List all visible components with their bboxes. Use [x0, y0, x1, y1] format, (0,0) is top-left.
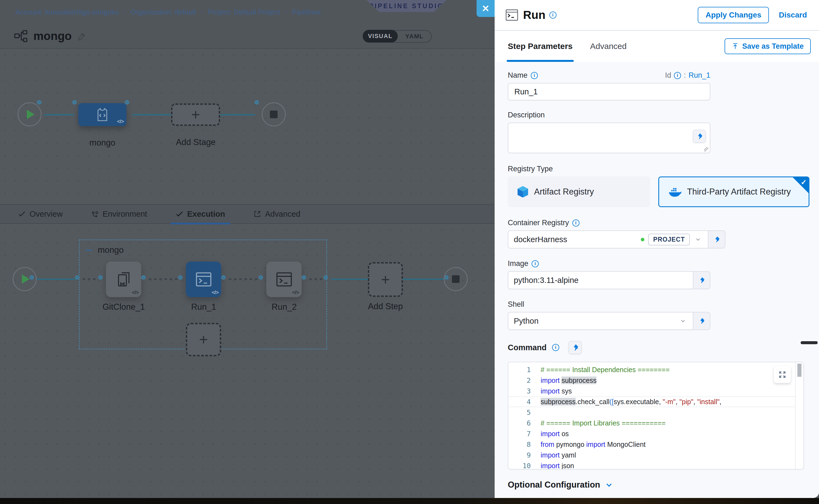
- container-registry-value-area[interactable]: dockerHarness PROJECT: [508, 230, 708, 248]
- add-parallel-step-button[interactable]: +: [186, 323, 221, 356]
- connector-ring: [98, 275, 103, 280]
- info-icon[interactable]: i: [549, 11, 557, 19]
- drawer-header: Run i Apply Changes Discard: [495, 0, 819, 31]
- container-registry-value: dockerHarness: [514, 235, 641, 244]
- shell-label: Shell: [508, 300, 819, 309]
- pin-runtime-input-button[interactable]: [693, 271, 710, 289]
- description-textarea[interactable]: [508, 123, 710, 153]
- step-node-run-2[interactable]: </>: [266, 262, 302, 297]
- add-step-button[interactable]: +: [368, 262, 403, 297]
- breadcrumb-project[interactable]: Project: Default Project: [208, 8, 280, 16]
- drawer-close-button[interactable]: ✕: [477, 0, 495, 17]
- pipeline-graph-icon: [14, 30, 28, 43]
- step-group-header[interactable]: mongo: [86, 245, 124, 255]
- step-node-gitclone-1[interactable]: </>: [106, 262, 141, 297]
- check-icon: [18, 210, 26, 218]
- tab-execution-label: Execution: [187, 210, 225, 219]
- code-line[interactable]: 9import yaml: [508, 450, 795, 460]
- pin-runtime-input-button[interactable]: [708, 230, 725, 248]
- drawer-scrollbar-thumb[interactable]: [801, 341, 818, 344]
- connector-ring: [72, 100, 77, 105]
- resize-handle[interactable]: [704, 147, 708, 152]
- code-line[interactable]: 10import json: [508, 460, 795, 470]
- tab-advanced[interactable]: Advanced: [246, 204, 307, 224]
- line-number: 6: [508, 419, 541, 427]
- pushpin-icon: [698, 277, 705, 284]
- info-icon[interactable]: i: [532, 260, 539, 267]
- line-number: 10: [508, 462, 541, 470]
- stage-node-mongo[interactable]: </>: [78, 103, 126, 126]
- breadcrumb-account[interactable]: Account: kurosakiichigo.songoku: [15, 8, 119, 16]
- breadcrumb-organization[interactable]: Organization: default: [131, 8, 196, 16]
- option-artifact-registry-label: Artifact Registry: [534, 187, 594, 197]
- shell-value-area[interactable]: Python: [508, 312, 693, 330]
- save-as-template-button[interactable]: Save as Template: [725, 38, 811, 54]
- image-value-area[interactable]: python:3.11-alpine: [508, 271, 693, 289]
- tab-environment[interactable]: Environment: [84, 204, 154, 224]
- chevron-down-icon[interactable]: [695, 236, 701, 243]
- discard-button[interactable]: Discard: [779, 11, 807, 19]
- tab-overview[interactable]: Overview: [11, 204, 70, 224]
- editor-scrollbar-thumb[interactable]: [797, 364, 801, 377]
- pipeline-start-node[interactable]: [18, 102, 42, 126]
- code-line[interactable]: 2import subprocess: [508, 375, 795, 386]
- docker-whale-icon: [669, 186, 682, 197]
- tab-step-parameters[interactable]: Step Parameters: [508, 31, 573, 62]
- image-input[interactable]: python:3.11-alpine: [508, 271, 710, 289]
- info-icon[interactable]: i: [552, 344, 559, 351]
- app-root: Account: kurosakiichigo.songoku › Organi…: [0, 0, 819, 504]
- pin-runtime-input-button[interactable]: [693, 312, 710, 330]
- pin-runtime-input-button[interactable]: [693, 130, 706, 143]
- info-icon[interactable]: i: [674, 72, 681, 79]
- info-icon[interactable]: i: [531, 72, 538, 79]
- add-stage-label: Add Stage: [166, 137, 226, 147]
- option-artifact-registry[interactable]: Artifact Registry: [508, 176, 650, 207]
- step-node-run-1-selected[interactable]: </>: [186, 262, 221, 297]
- code-line[interactable]: 3import sys: [508, 386, 795, 396]
- name-input[interactable]: Run_1: [508, 83, 710, 100]
- pipeline-title-bar: mongo VISUAL YAML: [0, 24, 495, 49]
- code-line[interactable]: 4subprocess.check_call([sys.executable, …: [508, 396, 795, 407]
- breadcrumb-pipelines[interactable]: Pipelines: [292, 8, 321, 16]
- container-registry-label-group: Container Registry i: [508, 219, 819, 227]
- code-line[interactable]: 1# ====== Install Dependencies ========: [508, 364, 795, 375]
- tab-execution[interactable]: Execution: [169, 204, 232, 224]
- visual-yaml-toggle[interactable]: VISUAL YAML: [363, 30, 432, 43]
- container-registry-select[interactable]: dockerHarness PROJECT: [508, 230, 725, 248]
- code-line[interactable]: 8from pymongo import MongoClient: [508, 439, 795, 450]
- command-code-editor[interactable]: 1# ====== Install Dependencies ========2…: [508, 362, 804, 470]
- name-row: Name i Id i : Run_1: [508, 71, 710, 80]
- connector-ring: [141, 275, 146, 280]
- chevron-right-icon: ›: [70, 207, 84, 219]
- build-stage-icon: [95, 107, 109, 122]
- info-icon[interactable]: i: [572, 219, 580, 227]
- code-text: import os: [541, 430, 569, 438]
- code-line[interactable]: 6# ====== Import Libraries ===========: [508, 418, 795, 428]
- pin-runtime-input-button[interactable]: [569, 341, 582, 354]
- option-third-party-artifact-registry-selected[interactable]: Third-Party Artifact Registry ✓: [658, 176, 809, 207]
- connector-ring: [178, 275, 183, 280]
- execution-end-node[interactable]: [444, 267, 468, 291]
- advanced-icon: [253, 210, 261, 218]
- tab-advanced[interactable]: Advanced: [590, 42, 627, 51]
- code-text: subprocess.check_call([sys.executable, "…: [541, 398, 722, 406]
- apply-changes-button[interactable]: Apply Changes: [698, 7, 769, 23]
- collapse-minus-icon[interactable]: [86, 250, 92, 251]
- chevron-down-icon[interactable]: [680, 318, 686, 324]
- code-line[interactable]: 5: [508, 407, 795, 418]
- pipeline-end-node[interactable]: [262, 102, 286, 126]
- optional-configuration-toggle[interactable]: Optional Configuration: [508, 480, 819, 490]
- code-text: import json: [541, 462, 574, 470]
- edit-pencil-icon[interactable]: [77, 31, 86, 41]
- toggle-yaml[interactable]: YAML: [398, 33, 431, 40]
- step-label-run-1: Run_1: [176, 302, 231, 312]
- toggle-visual[interactable]: VISUAL: [363, 30, 398, 42]
- shell-select[interactable]: Python: [508, 312, 710, 330]
- connector-line: [37, 279, 75, 280]
- step-config-drawer: Run i Apply Changes Discard Step Paramet…: [495, 0, 819, 498]
- pushpin-icon: [713, 236, 720, 243]
- id-value[interactable]: Run_1: [688, 71, 710, 80]
- add-stage-button[interactable]: +: [171, 103, 220, 126]
- expand-editor-button[interactable]: [774, 366, 791, 383]
- code-line[interactable]: 7import os: [508, 428, 795, 439]
